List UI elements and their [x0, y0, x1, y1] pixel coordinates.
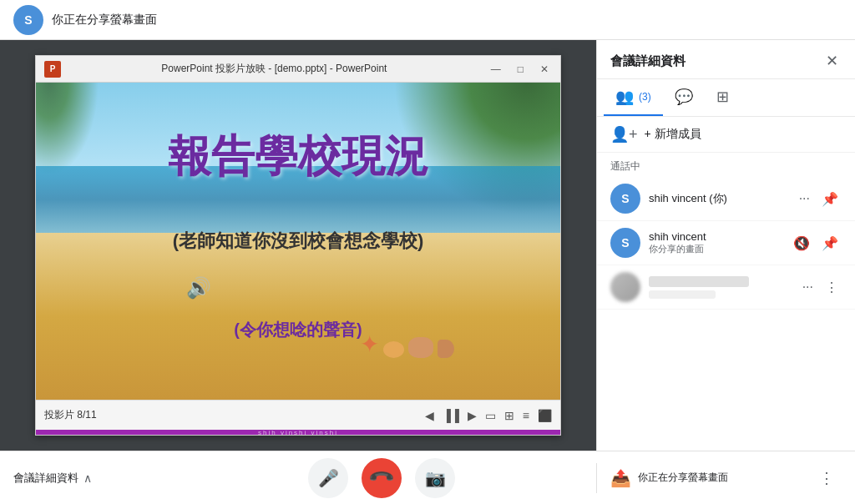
speaker-icon: 🔊: [186, 276, 211, 300]
screen-area: P PowerPoint 投影片放映 - [demo.pptx] - Power…: [0, 40, 596, 451]
participant-info: shih vincent 你分享的畫面: [649, 230, 782, 255]
overflow-menu-button[interactable]: ⋮: [822, 276, 842, 299]
ppt-controls: — □ ✕: [488, 62, 552, 77]
ppt-window: P PowerPoint 投影片放映 - [demo.pptx] - Power…: [35, 55, 561, 436]
people-icon: 👥: [615, 88, 634, 106]
add-member-row[interactable]: 👤+ + 新增成員: [597, 117, 855, 153]
shell-icon-2: [408, 337, 433, 358]
tab-chat[interactable]: 💬: [663, 79, 705, 116]
close-button[interactable]: ✕: [537, 62, 552, 77]
slide-bottom-text: (令你想唸的聲音): [36, 319, 560, 341]
bottom-right: 📤 你正在分享螢幕畫面 ⋮: [596, 463, 855, 493]
meeting-details-label: 會議詳細資料: [13, 471, 78, 486]
list-item: S shih vincent 你分享的畫面 🔇 📌: [597, 221, 855, 265]
list-item: ··· ⋮: [597, 265, 855, 310]
minimize-button[interactable]: —: [488, 62, 504, 77]
main-content: P PowerPoint 投影片放映 - [demo.pptx] - Power…: [0, 40, 855, 451]
top-bar-title: 你正在分享螢幕畫面: [52, 13, 157, 28]
participant-name: [649, 276, 749, 287]
right-panel: 會議詳細資料 ✕ 👥 (3) 💬 ⊞ 👤+ + 新增成員 通話中: [596, 40, 855, 451]
panel-tabs: 👥 (3) 💬 ⊞: [597, 79, 855, 117]
avatar: S: [610, 184, 640, 214]
prev-slide-button[interactable]: ◀: [425, 409, 434, 422]
slide-content: 報告學校現況 (老師知道你沒到校會想念學校) 🔊 (令你想唸的聲音) ✦: [36, 83, 560, 400]
mic-button[interactable]: 🎤: [308, 458, 348, 498]
powerpoint-logo: P: [44, 61, 61, 78]
participant-name: shih vincent: [649, 230, 782, 243]
add-member-label: + 新增成員: [645, 127, 701, 142]
avatar: S: [13, 5, 43, 35]
slide-toolbar: 投影片 8/11 ◀ ▐▐ ▶ ▭ ⊞ ≡ ⬛: [36, 400, 560, 430]
window-button[interactable]: ▭: [485, 409, 496, 422]
participant-status: 你分享的畫面: [649, 243, 782, 255]
add-member-icon: 👤+: [610, 125, 638, 144]
slide-toolbar-marquee: shih vinshi vinshi: [36, 430, 560, 435]
panel-title: 會議詳細資料: [610, 53, 686, 69]
more-options-button[interactable]: ···: [796, 188, 813, 209]
ppt-title: PowerPoint 投影片放映 - [demo.pptx] - PowerPo…: [68, 62, 481, 76]
share-screen-icon: 📤: [610, 468, 631, 488]
ppt-titlebar: P PowerPoint 投影片放映 - [demo.pptx] - Power…: [36, 56, 560, 83]
shell-decor: ✦: [360, 308, 460, 358]
more-menu-button[interactable]: ⋮: [812, 463, 842, 493]
chat-icon: 💬: [675, 88, 693, 106]
share-screen-text: 你正在分享螢幕畫面: [638, 471, 728, 485]
participant-status: [649, 290, 716, 299]
tab-activities[interactable]: ⊞: [705, 79, 741, 116]
participant-list: S shih vincent (你) ··· 📌 S shih vincent …: [597, 177, 855, 451]
bottom-center: 🎤 📞 📷: [167, 458, 596, 498]
slide-sub-text: (老師知道你沒到校會想念學校): [36, 229, 560, 254]
pointer-button[interactable]: ⬛: [538, 409, 552, 422]
next-slide-button[interactable]: ▶: [468, 409, 477, 422]
top-bar: S 你正在分享螢幕畫面: [0, 0, 855, 40]
participant-actions: ··· 📌: [796, 188, 842, 210]
activities-icon: ⊞: [716, 88, 729, 106]
more-options-button[interactable]: ···: [799, 276, 817, 298]
maximize-button[interactable]: □: [514, 62, 527, 77]
pause-button[interactable]: ▐▐: [443, 409, 459, 422]
pin-button[interactable]: 📌: [818, 188, 842, 210]
camera-button[interactable]: 📷: [415, 458, 455, 498]
bottom-left: 會議詳細資料 ∧: [0, 471, 167, 486]
shell-icon: [383, 341, 404, 358]
participant-actions: ··· ⋮: [799, 276, 842, 299]
slide-main-text: 報告學校現況: [36, 133, 560, 180]
share-screen-info: 📤 你正在分享螢幕畫面: [610, 468, 728, 488]
chevron-up-icon[interactable]: ∧: [83, 471, 92, 485]
slide-counter: 投影片 8/11: [44, 408, 97, 422]
pin-button[interactable]: 📌: [818, 232, 842, 255]
avatar: [610, 272, 640, 302]
participant-info: [649, 276, 791, 299]
end-call-button[interactable]: 📞: [353, 450, 410, 504]
mute-icon[interactable]: 🔇: [790, 232, 813, 255]
section-label: 通話中: [597, 153, 855, 177]
notes-button[interactable]: ≡: [523, 409, 529, 422]
panel-header: 會議詳細資料 ✕: [597, 40, 855, 79]
close-panel-button[interactable]: ✕: [822, 50, 842, 72]
starfish-icon: ✦: [360, 330, 379, 358]
tab-people[interactable]: 👥 (3): [604, 79, 663, 116]
grid-button[interactable]: ⊞: [504, 409, 514, 422]
participant-name: shih vincent (你): [649, 191, 787, 206]
slide-tools: ◀ ▐▐ ▶ ▭ ⊞ ≡ ⬛: [425, 409, 552, 422]
sand-decor: [36, 233, 560, 400]
shell-icon-3: [438, 340, 454, 358]
people-count: (3): [639, 91, 651, 103]
participant-actions: 🔇 📌: [790, 232, 842, 255]
avatar: S: [610, 228, 640, 258]
list-item: S shih vincent (你) ··· 📌: [597, 177, 855, 221]
bottom-bar: 會議詳細資料 ∧ 🎤 📞 📷 📤 你正在分享螢幕畫面 ⋮: [0, 451, 855, 504]
participant-info: shih vincent (你): [649, 191, 787, 206]
